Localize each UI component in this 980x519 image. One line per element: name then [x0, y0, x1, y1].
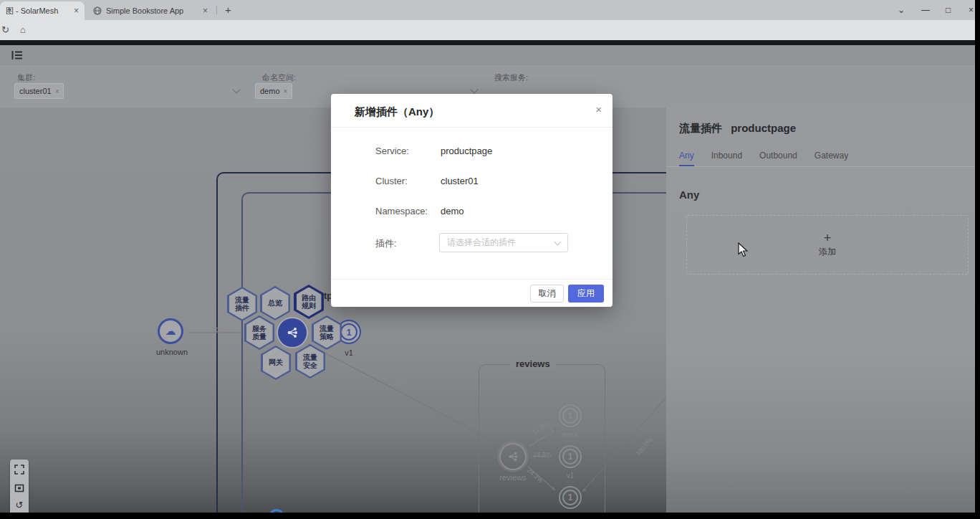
add-label: 添加 [819, 246, 836, 258]
field-label-service: Service: [375, 146, 409, 156]
cluster-tag-value: cluster01 [19, 87, 52, 95]
cancel-button[interactable]: 取消 [530, 285, 564, 303]
plus-icon: + [824, 232, 832, 244]
screen: 图 - SolarMesh × Simple Bookstore App × +… [0, 0, 980, 519]
field-label-plugin: 插件: [375, 237, 397, 250]
tab-separator [216, 6, 217, 14]
tabs-menu-icon[interactable]: ⌄ [898, 5, 905, 15]
browser-tab-solarmesh[interactable]: 图 - SolarMesh × [0, 1, 85, 20]
node-label-error: error [559, 431, 582, 439]
field-label-cluster: Cluster: [375, 176, 408, 186]
productpage-service-node[interactable] [278, 318, 307, 347]
field-value-cluster: cluster01 [441, 176, 479, 186]
window-close-icon[interactable]: × [969, 5, 974, 15]
reviews-v1-node[interactable]: 1 [559, 445, 582, 468]
panel-title: 流量插件 productpage [679, 122, 796, 135]
field-value-namespace: demo [441, 206, 464, 216]
namespace-select-chevron-icon[interactable] [470, 85, 478, 93]
new-tab-button[interactable]: + [225, 4, 231, 16]
panel-divider [666, 166, 975, 167]
dialog-title: 新增插件（Any） [355, 105, 439, 119]
workload-badge: 1 [562, 490, 578, 505]
workload-badge: 1 [340, 323, 357, 341]
field-value-service: productpage [441, 146, 492, 156]
panel-service-name: productpage [731, 122, 796, 134]
tag-remove-icon[interactable]: × [55, 87, 59, 95]
namespace-filter-tag[interactable]: demo × [255, 83, 292, 99]
apply-button[interactable]: 应用 [568, 285, 604, 303]
app-top-strip [0, 40, 975, 45]
dialog-divider [331, 127, 612, 128]
browser-tab-bookstore[interactable]: Simple Bookstore App × [87, 1, 213, 20]
hex-label: 网关 [266, 358, 285, 367]
namespace-tag-value: demo [260, 87, 280, 95]
field-label-namespace: Namespace: [375, 206, 428, 216]
tab-inbound[interactable]: Inbound [711, 151, 742, 166]
dialog-close-icon[interactable]: × [595, 103, 602, 115]
tab-gateway[interactable]: Gateway [815, 151, 848, 166]
node-label-reviews-v1: v1 [559, 472, 582, 480]
reset-view-icon[interactable]: ↺ [10, 500, 29, 510]
workload-badge: 1 [562, 449, 578, 465]
reviews-v2-node[interactable]: 1 [559, 486, 582, 509]
app-header-bar: ⚙ [0, 45, 975, 65]
namespace-filter-label: 命名空间: [262, 72, 296, 83]
maximize-icon[interactable]: □ [946, 5, 951, 15]
fullscreen-expand-icon[interactable] [14, 465, 24, 475]
cluster-filter-tag[interactable]: cluster01 × [14, 83, 64, 99]
cluster-select-chevron-icon[interactable] [232, 85, 240, 93]
panel-title-text: 流量插件 [679, 122, 722, 134]
hex-label: 服务质量 [250, 325, 269, 341]
node-label-reviews: reviews [494, 473, 532, 482]
fit-view-icon[interactable] [14, 483, 24, 493]
panel-tabs: Any Inbound Outbound Gateway [679, 151, 848, 166]
cluster-filter-label: 集群: [17, 72, 35, 83]
hex-label: 总览 [266, 299, 284, 308]
hex-label: 流量插件 [233, 296, 251, 313]
tab-close-icon[interactable]: × [74, 6, 79, 16]
letterbox-right [975, 0, 980, 519]
node-label-unknown: unknown [147, 348, 197, 356]
reviews-error-node[interactable]: 1 [559, 404, 582, 427]
traffic-plugin-panel: 流量插件 productpage Any Inbound Outbound Ga… [666, 108, 975, 519]
tab-outbound[interactable]: Outbound [759, 151, 797, 166]
add-plugin-button[interactable]: + 添加 [686, 215, 969, 275]
plugin-select-placeholder: 请选择合适的插件 [447, 237, 555, 249]
tab-title: 图 - SolarMesh [6, 6, 58, 16]
reload-icon[interactable]: ↻ [1, 24, 9, 35]
hex-label: 路由规则 [299, 294, 318, 310]
select-chevron-icon [554, 238, 562, 245]
home-icon[interactable]: ⌂ [20, 24, 26, 35]
unknown-service-node[interactable]: ☁ [158, 318, 183, 344]
minimize-icon[interactable]: — [921, 5, 930, 15]
section-heading-any: Any [679, 189, 699, 201]
graph-zoom-toolbar: ↺ [10, 460, 29, 519]
mouse-cursor [738, 242, 749, 257]
node-label-v1: v1 [340, 348, 357, 357]
letterbox-bottom [0, 513, 980, 519]
browser-tab-strip: 图 - SolarMesh × Simple Bookstore App × +… [0, 0, 975, 20]
workload-badge: 1 [562, 408, 578, 424]
hex-label: 流量安全 [301, 353, 320, 370]
share-nodes-icon [285, 325, 299, 340]
reviews-service-node[interactable] [499, 443, 527, 470]
tab-title: Simple Bookstore App [106, 6, 183, 15]
browser-address-bar: ↻ ⌂ ⚠ 不安全 | demo.solarmesh.cn /solar/con… [0, 20, 975, 40]
menu-indent-icon[interactable] [11, 50, 23, 60]
hex-label: 流量策略 [317, 325, 336, 341]
add-plugin-dialog: 新增插件（Any） × Service: productpage Cluster… [331, 94, 612, 307]
tag-remove-icon[interactable]: × [284, 87, 288, 95]
search-filter-label: 搜索服务: [494, 72, 528, 83]
dialog-divider [331, 279, 612, 280]
globe-favicon-icon [93, 6, 102, 15]
plugin-select[interactable]: 请选择合适的插件 [439, 233, 568, 252]
tab-close-icon[interactable]: × [203, 6, 208, 16]
share-nodes-icon [506, 450, 519, 463]
cloud-icon: ☁ [165, 325, 176, 338]
tab-any[interactable]: Any [679, 151, 694, 166]
